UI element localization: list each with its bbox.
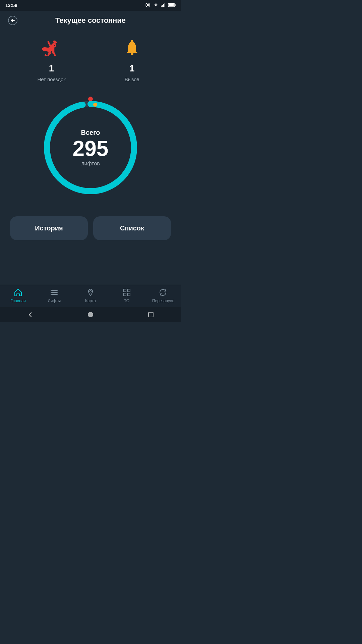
svg-rect-3 — [162, 5, 163, 7]
wifi-icon — [153, 3, 159, 8]
nav-map-label: Карта — [85, 299, 96, 303]
grid-icon — [122, 288, 131, 297]
battery-icon — [168, 3, 176, 8]
action-buttons: История Список — [10, 216, 171, 247]
svg-point-27 — [88, 312, 93, 317]
refresh-icon — [158, 288, 168, 297]
bell-icon — [120, 37, 144, 60]
svg-rect-23 — [123, 289, 126, 292]
bottom-nav: Главная Лифты Карта — [0, 285, 181, 307]
gauge-dot-red — [88, 97, 93, 101]
svg-rect-25 — [123, 293, 126, 296]
svg-rect-2 — [161, 5, 162, 7]
gauge-container: Всего 295 лифтов — [39, 96, 142, 200]
nav-home-label: Главная — [10, 299, 26, 303]
status-time: 13:58 — [5, 3, 17, 8]
header: Текущее состояние — [0, 11, 181, 30]
svg-rect-5 — [164, 3, 165, 7]
gauge-label-top: Всего — [73, 129, 109, 137]
history-button[interactable]: История — [10, 216, 88, 240]
nav-lifts[interactable]: Лифты — [36, 288, 72, 303]
svg-rect-7 — [169, 4, 174, 6]
svg-point-15 — [131, 40, 133, 42]
svg-point-19 — [51, 290, 52, 291]
android-nav-bar — [0, 307, 181, 322]
no-trips-label: Нет поездок — [37, 76, 65, 82]
svg-rect-26 — [127, 293, 130, 296]
stats-row: 1 Нет поездок 1 Вызов — [10, 37, 171, 82]
svg-point-22 — [90, 290, 92, 292]
status-bar: 13:58 — [0, 0, 181, 11]
page-title: Текущее состояние — [55, 16, 126, 25]
list-icon — [50, 288, 59, 297]
nav-to-label: ТО — [124, 299, 129, 303]
svg-rect-14 — [128, 52, 136, 53]
gauge-label-bottom: лифтов — [73, 161, 109, 167]
map-icon — [86, 288, 95, 297]
recents-android-button[interactable] — [147, 311, 154, 318]
stat-no-trips: 1 Нет поездок — [37, 37, 65, 82]
svg-point-21 — [51, 294, 52, 295]
svg-rect-28 — [148, 312, 153, 317]
back-android-button[interactable] — [27, 311, 34, 318]
calls-number: 1 — [129, 63, 135, 74]
wrench-icon — [40, 37, 63, 60]
nav-home[interactable]: Главная — [0, 288, 36, 303]
main-content: 1 Нет поездок 1 Вызов — [0, 30, 181, 285]
list-button[interactable]: Список — [93, 216, 171, 240]
nav-to[interactable]: ТО — [109, 288, 145, 303]
petal-icon — [145, 2, 151, 9]
no-trips-number: 1 — [49, 63, 54, 74]
svg-rect-24 — [127, 289, 130, 292]
gauge-dot-orange — [93, 103, 97, 107]
gauge-center: Всего 295 лифтов — [73, 129, 109, 167]
gauge-number: 295 — [73, 138, 109, 159]
stat-calls: 1 Вызов — [120, 37, 144, 82]
back-button[interactable] — [7, 14, 19, 26]
nav-lifts-label: Лифты — [48, 299, 61, 303]
status-icons — [145, 2, 176, 9]
nav-restart[interactable]: Перезапуск — [145, 288, 181, 303]
nav-restart-label: Перезапуск — [152, 299, 174, 303]
svg-point-1 — [147, 4, 149, 6]
signal-icon — [161, 3, 166, 8]
svg-rect-4 — [163, 4, 164, 7]
svg-point-20 — [51, 292, 52, 293]
home-icon — [13, 288, 23, 297]
nav-map[interactable]: Карта — [72, 288, 109, 303]
calls-label: Вызов — [125, 76, 139, 82]
svg-rect-8 — [175, 4, 176, 6]
home-android-button[interactable] — [87, 311, 94, 318]
